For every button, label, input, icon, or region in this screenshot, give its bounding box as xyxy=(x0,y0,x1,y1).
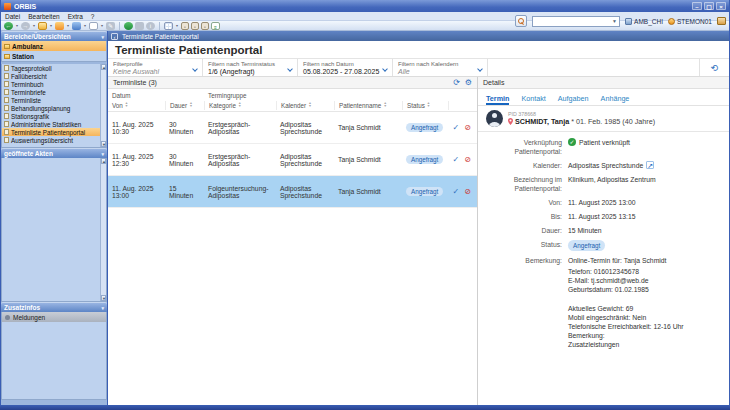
column-header-von[interactable]: Von▲▼ xyxy=(108,101,165,110)
sort-icon[interactable]: ▲▼ xyxy=(189,102,192,108)
sidebar-item-behandlungsplanung[interactable]: Behandlungsplanung xyxy=(2,104,100,112)
table-row[interactable]: 11. Aug. 2025 10:30 30 Minuten Erstgespr… xyxy=(108,112,477,144)
tab-termin[interactable]: Termin xyxy=(486,94,509,105)
sidebar-item-terminliste[interactable]: Terminliste xyxy=(2,96,100,104)
sidebar-item-terminbriefe[interactable]: Terminbriefe xyxy=(2,88,100,96)
sidebar-open-records-header[interactable]: geöffnete Akten ▾ xyxy=(1,148,107,158)
filter-terminstatus[interactable]: Filtern nach Terminstatus 1/6 (Angefragt… xyxy=(203,59,298,76)
refresh-clock-button[interactable] xyxy=(124,22,133,30)
workflow-button[interactable] xyxy=(55,22,64,30)
sort-icon[interactable]: ▲▼ xyxy=(238,102,241,108)
sidebar-areas-header[interactable]: Bereiche/Übersichten ▾ xyxy=(1,31,107,41)
collapse-panel-icon[interactable]: ▾ xyxy=(101,151,104,157)
layout-toggle-3[interactable]: ▫ xyxy=(201,22,209,30)
minimize-button[interactable]: – xyxy=(692,2,702,10)
logout-icon[interactable] xyxy=(717,17,726,25)
menu-datei[interactable]: Datei xyxy=(5,13,20,20)
status-badge: Angefragt xyxy=(406,155,443,164)
chevron-down-icon[interactable]: ▼ xyxy=(610,17,619,26)
open-folder-button[interactable] xyxy=(38,22,47,30)
menu-extra[interactable]: Extra xyxy=(68,13,83,20)
collapse-panel-icon[interactable]: ▾ xyxy=(101,34,104,40)
scroll-down-icon[interactable]: ▼ xyxy=(101,295,106,301)
tab-anhaenge[interactable]: Anhänge xyxy=(601,94,630,105)
sidebar-item-terminliste-patientenportal[interactable]: Terminliste Patientenportal xyxy=(2,128,100,136)
sidebar-item-terminbuch[interactable]: Terminbuch xyxy=(2,80,100,88)
folder-icon xyxy=(4,54,10,59)
nav-back-button[interactable]: ← xyxy=(4,22,13,30)
new-document-caret-icon[interactable]: ▾ xyxy=(100,23,104,28)
confirm-icon[interactable]: ✓ xyxy=(453,155,460,164)
group-header-datum: Datum xyxy=(108,92,204,99)
patient-search-combobox[interactable]: ▼ xyxy=(532,16,620,27)
sidebar-item-falluebersicht[interactable]: Fallübersicht xyxy=(2,72,100,80)
tab-aufgaben[interactable]: Aufgaben xyxy=(558,94,589,105)
workflow-caret-icon[interactable]: ▾ xyxy=(66,23,70,28)
reject-icon[interactable]: ⊘ xyxy=(464,155,471,164)
sidebar-extras-header[interactable]: Zusatzinfos ▾ xyxy=(1,302,107,312)
sidebar-item-tagesprotokoll[interactable]: Tagesprotokoll xyxy=(2,64,100,72)
collapse-sidebar-icon[interactable]: ‹ xyxy=(111,33,118,40)
worklist-button[interactable]: ≡ xyxy=(211,22,220,30)
column-header-patientenname[interactable]: Patientenname▲▼ xyxy=(334,101,402,110)
sidebar-item-auswertungsuebersicht[interactable]: Auswertungsübersicht xyxy=(2,136,100,144)
patient-record-caret-icon[interactable]: ▾ xyxy=(83,23,87,28)
tree-scrollbar[interactable]: ▲ ▼ xyxy=(100,64,106,147)
reset-filters-button[interactable]: ⟲ xyxy=(699,59,729,76)
tab-kontakt[interactable]: Kontakt xyxy=(521,94,545,105)
layout-toggle-1[interactable]: ▫ xyxy=(181,22,189,30)
sort-icon[interactable]: ▲▼ xyxy=(125,102,128,108)
collapse-panel-icon[interactable]: ▾ xyxy=(101,305,104,311)
grid-view-button[interactable] xyxy=(164,22,173,30)
filter-label: Filtern nach Datum xyxy=(303,61,387,67)
filter-value: Keine Auswahl xyxy=(113,68,197,75)
tab-terminliste-patientenportal[interactable]: Terminliste Patientenportal xyxy=(122,33,199,40)
info-block: Aktuelles Gewicht: 69 Mobil eingeschränk… xyxy=(568,304,721,349)
column-header-status[interactable]: Status▲▼ xyxy=(402,101,448,110)
sidebar-item-administrative-statistiken[interactable]: Administrative Statistiken xyxy=(2,120,100,128)
external-link-icon[interactable]: ↗ xyxy=(646,161,654,169)
sort-icon[interactable]: ▲▼ xyxy=(383,102,386,108)
grid-view-caret-icon[interactable]: ▾ xyxy=(175,23,179,28)
close-button[interactable]: × xyxy=(716,2,726,10)
sidebar-item-station[interactable]: Station xyxy=(2,51,106,61)
scroll-down-icon[interactable]: ▼ xyxy=(101,141,106,147)
scroll-up-icon[interactable]: ▲ xyxy=(101,158,106,164)
cell-status: Angefragt xyxy=(402,122,448,133)
open-folder-caret-icon[interactable]: ▾ xyxy=(49,23,53,28)
menu-bearbeiten[interactable]: Bearbeiten xyxy=(28,13,59,20)
reject-icon[interactable]: ⊘ xyxy=(464,123,471,132)
table-row-selected[interactable]: 11. Aug. 2025 13:00 15 Minuten Folgeunte… xyxy=(108,176,477,208)
scroll-up-icon[interactable]: ▲ xyxy=(101,64,106,70)
patient-search-button[interactable] xyxy=(515,15,527,27)
sort-icon[interactable]: ▲▼ xyxy=(308,102,311,108)
column-header-kalender[interactable]: Kalender▲▼ xyxy=(276,101,334,110)
layout-toggle-2[interactable]: ▫ xyxy=(191,22,199,30)
menu-help[interactable]: ? xyxy=(91,13,95,20)
sort-icon[interactable]: ▲▼ xyxy=(427,102,430,108)
refresh-icon[interactable]: ⟳ xyxy=(453,78,460,87)
open-records-scrollbar[interactable]: ▲ ▼ xyxy=(100,158,106,301)
sidebar-item-ambulanz[interactable]: Ambulanz xyxy=(2,41,106,51)
column-header-kategorie[interactable]: Kategorie▲▼ xyxy=(204,101,276,110)
sidebar-areas-panel: Ambulanz Station xyxy=(1,41,107,62)
nav-back-caret-icon[interactable]: ▾ xyxy=(15,23,19,28)
gear-icon[interactable]: ⚙ xyxy=(465,78,472,87)
patient-banner: PID 378668 SCHMIDT, Tanja * 01. Feb. 198… xyxy=(478,106,729,132)
new-document-button[interactable] xyxy=(89,22,98,30)
confirm-icon[interactable]: ✓ xyxy=(453,123,460,132)
filter-profile[interactable]: Filterprofile Keine Auswahl xyxy=(108,59,203,76)
sidebar-open-records-label: geöffnete Akten xyxy=(4,150,53,157)
filter-kalendern[interactable]: Filtern nach Kalendern Alle xyxy=(393,59,488,76)
maximize-button[interactable]: ▢ xyxy=(704,2,714,10)
filter-datum[interactable]: Filtern nach Datum 05.08.2025 - 27.08.20… xyxy=(298,59,393,76)
sidebar-item-meldungen[interactable]: Meldungen xyxy=(2,312,106,322)
confirm-icon[interactable]: ✓ xyxy=(453,187,460,196)
table-row[interactable]: 11. Aug. 2025 12:30 30 Minuten Erstgespr… xyxy=(108,144,477,176)
sidebar-item-label: Administrative Statistiken xyxy=(11,121,81,128)
reject-icon[interactable]: ⊘ xyxy=(464,187,471,196)
patient-record-button[interactable] xyxy=(72,22,81,30)
sidebar-item-label: Behandlungsplanung xyxy=(11,105,70,112)
column-header-dauer[interactable]: Dauer▲▼ xyxy=(165,101,204,110)
sidebar-item-stationsgrafik[interactable]: Stationsgrafik xyxy=(2,112,100,120)
